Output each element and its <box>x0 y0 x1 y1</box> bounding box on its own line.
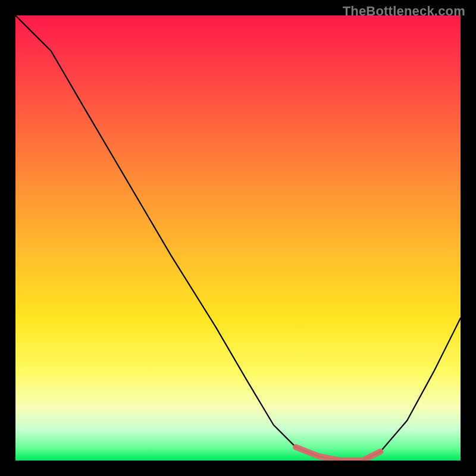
watermark-text: TheBottleneck.com <box>343 4 465 19</box>
bottleneck-curve-path <box>15 15 461 461</box>
chart-frame: TheBottleneck.com <box>0 0 476 476</box>
bottleneck-curve-svg <box>15 15 461 461</box>
plot-area <box>15 15 461 461</box>
highlight-marker <box>296 447 380 461</box>
